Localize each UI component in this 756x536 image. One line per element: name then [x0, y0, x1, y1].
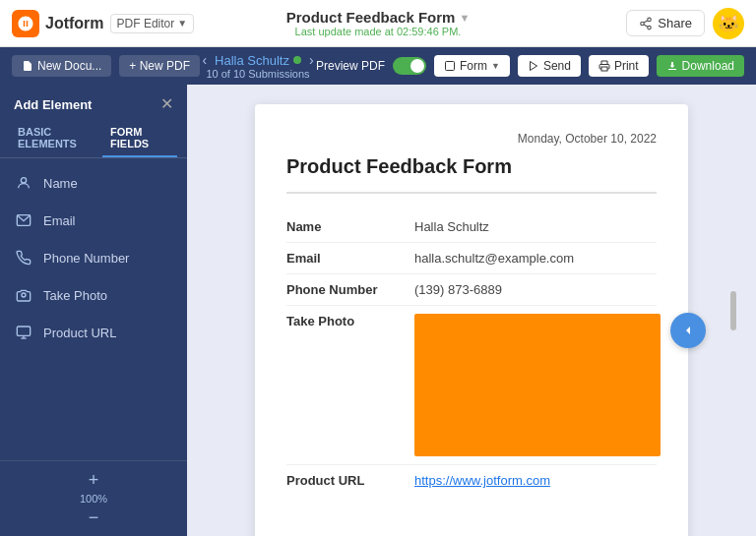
- title-dropdown-icon[interactable]: ▼: [459, 12, 470, 24]
- second-nav-left: New Docu... + New PDF: [12, 55, 200, 77]
- field-value-name: Halla Schultz: [414, 219, 657, 234]
- submission-name-text: Halla Schultz: [215, 53, 289, 68]
- svg-rect-7: [601, 67, 607, 71]
- field-label-email: Email: [286, 251, 414, 266]
- field-row-name: Name Halla Schultz: [286, 211, 657, 243]
- share-icon: [639, 17, 653, 30]
- sidebar-tabs: BASIC ELEMENTS FORM FIELDS: [0, 120, 187, 158]
- svg-line-3: [644, 24, 648, 26]
- new-document-button[interactable]: New Docu...: [12, 55, 111, 77]
- arrow-left-icon: [680, 323, 696, 338]
- svg-point-1: [641, 22, 645, 26]
- submission-nav: ‹ Halla Schultz ›: [202, 52, 313, 68]
- camera-icon: [14, 285, 33, 305]
- new-pdf-button[interactable]: + New PDF: [119, 55, 200, 77]
- sidebar-item-url[interactable]: Product URL: [0, 314, 187, 351]
- svg-point-2: [648, 26, 652, 30]
- sidebar-item-phone-label: Phone Number: [43, 251, 129, 266]
- pdf-editor-chevron: ▼: [177, 18, 187, 29]
- submission-count: 10 of 10 Submissions: [206, 68, 309, 80]
- svg-point-0: [648, 18, 652, 22]
- sidebar-item-photo[interactable]: Take Photo: [0, 276, 187, 314]
- next-submission-button[interactable]: ›: [309, 52, 314, 68]
- sidebar-items-list: Name Email Phone Number Take Photo: [0, 158, 187, 357]
- form-dropdown-icon: ▼: [491, 61, 500, 71]
- sidebar-item-phone[interactable]: Phone Number: [0, 239, 187, 276]
- pdf-editor-badge[interactable]: PDF Editor ▼: [110, 14, 195, 33]
- second-nav-center: ‹ Halla Schultz › 10 of 10 Submissions: [202, 52, 313, 80]
- online-indicator: [293, 56, 301, 64]
- field-value-photo: [414, 314, 661, 456]
- collapse-sidebar-button[interactable]: [670, 313, 706, 348]
- form-btn-label: Form: [460, 59, 487, 73]
- field-row-url: Product URL https://www.jotform.com: [286, 465, 657, 496]
- nav-center: Product Feedback Form ▼ Last update made…: [286, 9, 471, 37]
- logo-icon: [12, 10, 39, 37]
- prev-submission-button[interactable]: ‹: [202, 52, 207, 68]
- toggle-knob: [410, 59, 424, 73]
- new-pdf-label: + New PDF: [129, 59, 190, 73]
- field-row-photo: Take Photo: [286, 306, 657, 465]
- field-label-name: Name: [286, 219, 414, 234]
- jotform-logo[interactable]: Jotform: [12, 10, 104, 37]
- user-avatar[interactable]: 🐱: [713, 8, 744, 39]
- pdf-form-title: Product Feedback Form: [286, 155, 657, 194]
- sidebar: Add Element ✕ BASIC ELEMENTS FORM FIELDS…: [0, 85, 187, 536]
- svg-point-10: [22, 293, 26, 297]
- form-title-display: Product Feedback Form ▼: [286, 9, 471, 26]
- sidebar-item-email[interactable]: Email: [0, 202, 187, 239]
- person-icon: [14, 173, 33, 193]
- main-area: Add Element ✕ BASIC ELEMENTS FORM FIELDS…: [0, 85, 756, 536]
- field-label-url: Product URL: [286, 473, 414, 488]
- send-icon: [528, 60, 539, 72]
- pdf-date: Monday, October 10, 2022: [286, 132, 657, 146]
- sidebar-item-name[interactable]: Name: [0, 164, 187, 202]
- sidebar-footer: + 100% −: [0, 460, 187, 536]
- tab-form-fields[interactable]: FORM FIELDS: [102, 120, 177, 157]
- send-button[interactable]: Send: [518, 55, 581, 77]
- share-button[interactable]: Share: [626, 10, 705, 36]
- svg-line-4: [644, 20, 648, 22]
- print-button[interactable]: Print: [589, 55, 649, 77]
- zoom-level-display: 100%: [80, 491, 107, 506]
- svg-marker-6: [530, 62, 536, 71]
- sidebar-item-email-label: Email: [43, 213, 76, 228]
- submission-name: Halla Schultz: [215, 53, 301, 68]
- logo-text: Jotform: [45, 15, 104, 32]
- print-icon: [598, 60, 610, 72]
- preview-pdf-label: Preview PDF: [316, 59, 385, 73]
- sidebar-item-url-label: Product URL: [43, 326, 116, 340]
- field-value-phone: (139) 873-6889: [414, 282, 657, 297]
- sidebar-title: Add Element: [14, 97, 92, 112]
- tab-basic-elements[interactable]: BASIC ELEMENTS: [10, 120, 102, 157]
- photo-placeholder: [414, 314, 661, 456]
- download-icon: [666, 60, 678, 72]
- svg-rect-11: [17, 327, 30, 335]
- field-value-email: halla.schultz@example.com: [414, 251, 657, 266]
- sidebar-header: Add Element ✕: [0, 85, 187, 120]
- scroll-handle[interactable]: [730, 291, 736, 330]
- form-title-text: Product Feedback Form: [286, 9, 456, 26]
- send-label: Send: [543, 59, 571, 73]
- field-row-email: Email halla.schultz@example.com: [286, 243, 657, 274]
- zoom-out-button[interactable]: −: [87, 506, 101, 528]
- email-icon: [14, 210, 33, 230]
- content-area: Monday, October 10, 2022 Product Feedbac…: [187, 85, 756, 536]
- field-row-phone: Phone Number (139) 873-6889: [286, 274, 657, 306]
- field-value-url[interactable]: https://www.jotform.com: [414, 473, 657, 488]
- second-nav-right: Preview PDF Form ▼ Send Print Download: [316, 55, 744, 77]
- second-nav: New Docu... + New PDF ‹ Halla Schultz › …: [0, 47, 756, 85]
- sidebar-item-photo-label: Take Photo: [43, 288, 107, 303]
- sidebar-item-name-label: Name: [43, 176, 78, 191]
- form-button[interactable]: Form ▼: [434, 55, 510, 77]
- field-label-phone: Phone Number: [286, 282, 414, 297]
- field-label-photo: Take Photo: [286, 314, 414, 328]
- top-nav: Jotform PDF Editor ▼ Product Feedback Fo…: [0, 0, 756, 47]
- preview-toggle[interactable]: [393, 57, 426, 75]
- download-button[interactable]: Download: [657, 55, 744, 77]
- new-doc-label: New Docu...: [37, 59, 101, 73]
- pdf-editor-label: PDF Editor: [117, 17, 175, 30]
- svg-rect-5: [445, 62, 454, 71]
- sidebar-close-button[interactable]: ✕: [160, 96, 173, 112]
- zoom-in-button[interactable]: +: [87, 469, 101, 491]
